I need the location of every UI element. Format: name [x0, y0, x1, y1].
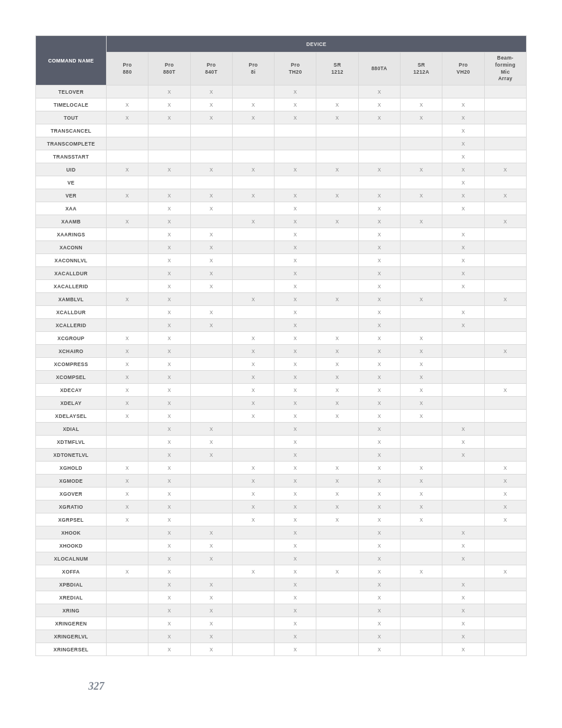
table-row: XAAMBXXXXXXXX — [36, 215, 527, 228]
table-row: XGOVERXXXXXXXX — [36, 487, 527, 500]
support-cell: X — [358, 228, 400, 241]
support-cell: X — [316, 163, 358, 176]
support-cell: X — [275, 293, 316, 306]
support-cell: X — [401, 384, 442, 397]
support-cell: X — [275, 526, 316, 539]
support-cell — [148, 176, 190, 189]
support-cell — [232, 137, 274, 150]
command-name-cell: XDIAL — [36, 423, 107, 436]
command-name-cell: TELOVER — [36, 85, 107, 98]
support-cell — [190, 475, 232, 487]
support-cell — [316, 254, 358, 267]
support-cell — [401, 526, 442, 539]
table-row: XDELAYXXXXXXX — [36, 397, 527, 410]
support-cell — [232, 267, 274, 280]
support-cell: X — [148, 500, 190, 513]
table-row: XPBDIALXXXXX — [36, 578, 527, 591]
support-cell: X — [148, 591, 190, 604]
support-cell: X — [442, 617, 484, 630]
support-cell — [401, 436, 442, 449]
support-cell: X — [401, 189, 442, 202]
support-cell: X — [190, 202, 232, 215]
support-cell: X — [401, 565, 442, 578]
support-cell: X — [190, 449, 232, 462]
command-name-cell: XACALLDUR — [36, 267, 107, 280]
support-cell: X — [232, 397, 274, 410]
support-cell: X — [275, 228, 316, 241]
support-cell — [442, 500, 484, 513]
support-cell: X — [401, 410, 442, 423]
support-cell: X — [148, 410, 190, 423]
command-name-cell: XDTMFLVL — [36, 436, 107, 449]
support-cell: X — [442, 319, 484, 332]
support-cell: X — [275, 202, 316, 215]
support-cell: X — [107, 215, 148, 228]
command-name-cell: XDELAY — [36, 397, 107, 410]
support-cell — [442, 487, 484, 500]
support-cell: X — [442, 228, 484, 241]
command-name-cell: XGMODE — [36, 475, 107, 487]
support-cell — [484, 150, 526, 163]
table-row: TOUTXXXXXXXXX — [36, 111, 527, 124]
support-cell — [107, 254, 148, 267]
command-name-cell: XHOOK — [36, 526, 107, 539]
support-cell — [232, 254, 274, 267]
support-cell: X — [484, 487, 526, 500]
support-cell — [275, 137, 316, 150]
support-cell: X — [358, 500, 400, 513]
support-cell: X — [232, 345, 274, 358]
support-cell — [316, 604, 358, 617]
support-cell: X — [442, 189, 484, 202]
support-cell — [401, 591, 442, 604]
support-cell — [107, 526, 148, 539]
support-cell: X — [358, 98, 400, 111]
support-cell: X — [358, 306, 400, 319]
support-cell — [442, 371, 484, 384]
table-row: XREDIALXXXXX — [36, 591, 527, 604]
command-name-cell: XGOVER — [36, 487, 107, 500]
support-cell: X — [232, 475, 274, 487]
support-cell: X — [232, 189, 274, 202]
support-cell: X — [148, 397, 190, 410]
support-cell — [107, 85, 148, 98]
support-cell — [316, 319, 358, 332]
support-cell: X — [107, 487, 148, 500]
support-cell — [316, 150, 358, 163]
table-row: UIDXXXXXXXXXX — [36, 163, 527, 176]
support-cell — [232, 604, 274, 617]
support-cell: X — [401, 111, 442, 124]
command-name-cell: XCHAIRO — [36, 345, 107, 358]
support-cell — [401, 137, 442, 150]
support-cell: X — [275, 539, 316, 552]
support-cell: X — [232, 358, 274, 371]
support-cell: X — [107, 500, 148, 513]
support-cell: X — [442, 552, 484, 565]
support-cell: X — [275, 436, 316, 449]
support-cell — [107, 150, 148, 163]
command-name-cell: XCOMPSEL — [36, 371, 107, 384]
command-name-cell: XCALLERID — [36, 319, 107, 332]
support-cell: X — [484, 189, 526, 202]
support-cell — [316, 241, 358, 254]
support-cell: X — [190, 423, 232, 436]
support-cell — [316, 630, 358, 643]
support-cell: X — [190, 643, 232, 656]
support-cell: X — [148, 643, 190, 656]
support-cell — [484, 526, 526, 539]
support-cell — [484, 617, 526, 630]
support-cell — [442, 85, 484, 98]
column-header: SR1212 — [316, 52, 358, 85]
support-cell: X — [275, 449, 316, 462]
support-cell — [232, 630, 274, 643]
support-cell: X — [401, 332, 442, 345]
support-cell: X — [232, 371, 274, 384]
command-name-cell: XACALLERID — [36, 280, 107, 293]
support-cell: X — [358, 449, 400, 462]
support-cell: X — [442, 306, 484, 319]
support-cell: X — [107, 358, 148, 371]
support-cell: X — [316, 513, 358, 526]
support-cell: X — [275, 241, 316, 254]
support-cell — [484, 371, 526, 384]
table-row: XGHOLDXXXXXXXX — [36, 462, 527, 475]
support-cell — [401, 176, 442, 189]
